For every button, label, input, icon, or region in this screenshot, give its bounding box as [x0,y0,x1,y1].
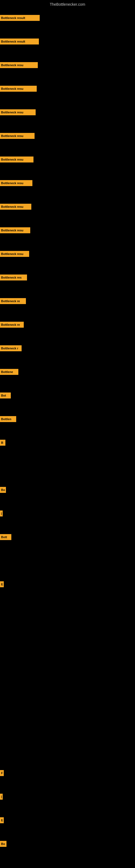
bottleneck-bar[interactable]: Bottleneck resu [0,156,34,162]
bar-label: Bottleneck resu [1,182,24,185]
bottleneck-bar[interactable]: Bottleneck resu [0,180,32,186]
bar-label: Bott [1,535,7,539]
bar-label: | [1,795,2,798]
bar-label: Bot [1,394,6,397]
bottleneck-bar[interactable]: E [0,817,4,823]
bottleneck-bar[interactable]: Bottleneck res [0,275,27,280]
bottleneck-bar[interactable]: | [0,510,3,517]
bottleneck-bar[interactable]: Bottleneck re [0,298,26,304]
bottleneck-bar[interactable]: Bott [0,534,11,540]
bottleneck-bar[interactable]: F [0,770,4,776]
bar-label: Bottleneck resu [1,63,24,67]
bottleneck-bar[interactable]: Bottlene [0,369,18,375]
bar-label: Bottleneck res [1,276,21,279]
bottleneck-bar[interactable]: Bo [0,487,6,493]
bottleneck-bar[interactable]: Bottleneck resu [0,109,36,115]
bottleneck-bar[interactable]: Bottleneck resu [0,133,35,139]
bar-label: E [1,818,3,822]
bar-label: Bottleneck resu [1,252,24,255]
bar-label: Bottleneck r [1,347,18,350]
bar-label: Bo [1,842,5,845]
bottleneck-bar[interactable]: | [0,794,3,800]
bottleneck-bar[interactable]: Bottleneck resu [0,227,30,233]
bar-label: Bottleneck result [1,16,25,20]
bottleneck-bar[interactable]: Bottleneck resu [0,86,37,92]
bar-label: Bottlene [1,370,13,373]
bottleneck-bar[interactable]: Bottleneck result [0,15,40,21]
bottleneck-bar[interactable]: Bottleneck resu [0,62,38,68]
bar-label: B [1,441,3,444]
bar-label: Bottleneck resu [1,158,24,161]
bar-label: Bottleneck resu [1,229,24,232]
bar-label: F [1,771,3,775]
bar-label: | [1,512,2,515]
bottleneck-bar[interactable]: Bo [0,841,6,847]
bottleneck-bar[interactable]: Bottleneck re [0,322,24,328]
site-title: TheBottlenecker.com [0,0,135,8]
bottleneck-bar[interactable]: E [0,581,4,587]
bar-label: E [1,583,3,586]
bottleneck-bar[interactable]: Bottlen [0,416,16,422]
bar-label: Bottleneck resu [1,134,24,137]
bottleneck-bar[interactable]: B [0,440,5,446]
bottleneck-bar[interactable]: Bot [0,393,11,399]
bottleneck-bar[interactable]: Bottleneck r [0,345,21,351]
bottleneck-bar[interactable]: Bottleneck resu [0,251,29,257]
bottleneck-bar[interactable]: Bottleneck resu [0,204,31,210]
bar-label: Bottleneck resu [1,87,24,90]
bar-label: Bottleneck resu [1,111,24,114]
bar-label: Bo [1,488,5,492]
bar-label: Bottleneck re [1,300,20,303]
bar-label: Bottleneck resu [1,205,24,208]
bottleneck-bar[interactable]: Bottleneck result [0,38,39,44]
bar-label: Bottleneck re [1,323,20,326]
bar-label: Bottlen [1,417,11,421]
bar-label: Bottleneck result [1,40,25,43]
